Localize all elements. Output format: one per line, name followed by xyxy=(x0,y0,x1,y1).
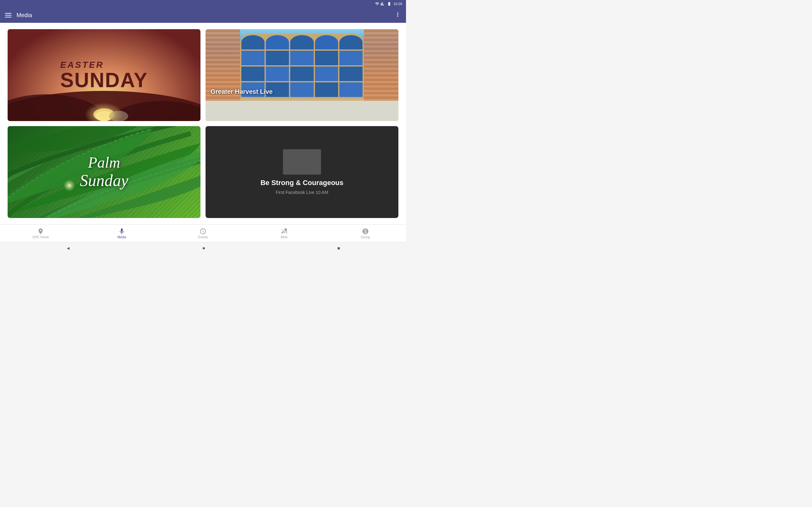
nav-item-giving[interactable]: Giving xyxy=(325,225,406,241)
window-pane xyxy=(266,35,289,50)
system-nav-bar: ◄ ● ■ xyxy=(0,242,406,253)
nav-item-events[interactable]: Events xyxy=(162,225,244,241)
media-card-greater-harvest[interactable]: Greater Harvest Live xyxy=(206,29,398,121)
harvest-label: Greater Harvest Live xyxy=(211,88,273,95)
media-grid: EASTER SUNDAY xyxy=(0,23,406,224)
window-pane xyxy=(241,35,264,50)
nav-item-media[interactable]: Media xyxy=(81,225,162,241)
nav-item-bible[interactable]: Bible xyxy=(244,225,325,241)
window-pane xyxy=(290,66,313,81)
back-button[interactable]: ◄ xyxy=(63,244,73,252)
app-title: Media xyxy=(16,12,32,19)
app-bar: Media xyxy=(0,8,406,23)
book-icon xyxy=(281,228,288,235)
home-icon xyxy=(37,228,44,235)
harvest-label-container: Greater Harvest Live xyxy=(206,88,398,95)
media-card-easter-sunday[interactable]: EASTER SUNDAY xyxy=(8,29,200,121)
nav-label-ghc-home: GHC Home xyxy=(32,235,49,239)
app-bar-left: Media xyxy=(5,12,32,19)
more-vertical-icon xyxy=(395,11,401,18)
window-pane xyxy=(266,66,289,81)
easter-text: EASTER SUNDAY xyxy=(54,54,154,97)
strong-thumbnail xyxy=(283,149,321,175)
window-pane xyxy=(315,51,338,65)
battery-icon xyxy=(386,2,392,6)
window-pane xyxy=(339,66,362,81)
strong-subtitle: First Facebook Live 10 AM xyxy=(275,190,328,195)
mic-icon xyxy=(118,228,125,235)
strong-title: Be Strong & Courageous xyxy=(254,178,350,187)
palm-line2: Sunday xyxy=(80,171,128,190)
window-pane xyxy=(339,35,362,50)
bottom-nav: GHC Home Media Events Bible Giving xyxy=(0,224,406,242)
window-pane xyxy=(290,35,313,50)
media-card-palm-sunday[interactable]: Palm Sunday xyxy=(8,126,200,218)
window-pane xyxy=(339,51,362,65)
media-card-be-strong[interactable]: Be Strong & Courageous First Facebook Li… xyxy=(206,126,398,218)
window-pane xyxy=(315,66,338,81)
wifi-icon xyxy=(375,2,379,6)
palm-text-container: Palm Sunday xyxy=(80,154,128,190)
more-button[interactable] xyxy=(395,11,401,19)
home-button[interactable]: ● xyxy=(200,244,208,252)
window-pane xyxy=(290,51,313,65)
easter-subtitle: SUNDAY xyxy=(60,70,148,90)
nav-label-events: Events xyxy=(198,235,208,239)
window-pane xyxy=(315,35,338,50)
window-pane xyxy=(241,66,264,81)
clock-icon xyxy=(200,228,206,235)
giving-icon xyxy=(362,228,369,235)
recent-apps-button[interactable]: ■ xyxy=(335,244,343,252)
status-time: 10:26 xyxy=(393,2,402,6)
nav-label-giving: Giving xyxy=(361,235,370,239)
menu-button[interactable] xyxy=(5,13,11,17)
nav-label-bible: Bible xyxy=(281,235,288,239)
signal-icon xyxy=(380,2,385,6)
palm-line1: Palm xyxy=(80,154,128,171)
status-bar: 10:26 xyxy=(0,0,406,8)
nav-item-ghc-home[interactable]: GHC Home xyxy=(0,225,81,241)
window-pane xyxy=(266,51,289,65)
window-pane xyxy=(241,51,264,65)
nav-label-media: Media xyxy=(117,235,126,239)
harvest-overhang xyxy=(206,101,398,121)
status-icons: 10:26 xyxy=(375,2,402,6)
